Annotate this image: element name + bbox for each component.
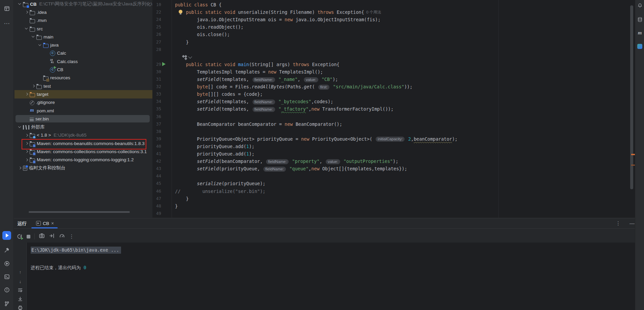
scroll-to-end-icon[interactable] — [17, 296, 23, 302]
tree-row-folder-java[interactable]: java — [14, 41, 152, 49]
line-number[interactable]: 35 — [152, 105, 161, 113]
line-number[interactable]: 42 — [152, 158, 161, 165]
profiler-icon[interactable] — [59, 233, 65, 240]
toolbar-more-icon[interactable]: ⋮ — [69, 233, 74, 239]
code-line[interactable]: } — [175, 202, 178, 210]
line-number[interactable]: 44 — [152, 172, 161, 180]
line-number[interactable]: 29 — [152, 61, 161, 68]
code-line[interactable]: setField(templates, fieldName: "_name", … — [175, 76, 338, 83]
code-line[interactable]: public static void unserialize(String Fi… — [175, 8, 381, 16]
code-line[interactable]: priorityQueue.add(1); — [175, 143, 255, 150]
chevron-collapsed-icon[interactable] — [18, 166, 22, 170]
down-stacktrace-icon[interactable]: ↓ — [17, 278, 23, 284]
chevron-collapsed-icon[interactable] — [31, 84, 35, 88]
code-line[interactable]: byte[] code = Files.readAllBytes(Paths.g… — [175, 83, 412, 90]
chevron-collapsed-icon[interactable] — [25, 10, 29, 14]
line-number[interactable]: 28 — [152, 46, 161, 53]
line-number[interactable]: 22 — [152, 8, 161, 16]
services-icon[interactable] — [2, 259, 11, 268]
tree-row-scratches-and-consoles[interactable]: 临时文件和控制台 — [14, 164, 152, 172]
notifications-icon[interactable] — [637, 2, 643, 8]
code-line[interactable]: setField(priorityQueue, fieldName: "queu… — [175, 165, 407, 172]
line-number[interactable]: 43 — [152, 165, 161, 172]
tree-row-folder-target[interactable]: target — [14, 90, 152, 98]
tree-row-lib-commons-logging[interactable]: Maven: commons-logging:commons-logging:1… — [14, 156, 152, 164]
tree-row-folder-idea[interactable]: .idea — [14, 8, 152, 16]
tree-row-file-pom-xml[interactable]: pom.xml — [14, 107, 152, 115]
code-vision-inlay[interactable] — [185, 55, 192, 59]
chevron-expanded-icon[interactable] — [18, 2, 22, 6]
chevron-collapsed-icon[interactable] — [25, 149, 29, 153]
run-panel-options-icon[interactable]: ⋮ — [616, 220, 621, 226]
print-icon[interactable] — [17, 305, 23, 310]
run-gutter-icon[interactable] — [162, 62, 166, 66]
line-number[interactable]: 38 — [152, 128, 161, 135]
code-line[interactable]: public static void main(String[] args) t… — [175, 61, 340, 68]
tree-row-folder-main[interactable]: main — [14, 33, 152, 41]
attach-debugger-icon[interactable] — [49, 233, 55, 240]
project-tool-icon[interactable] — [2, 4, 11, 13]
tree-row-file-calc-class[interactable]: Calc.class — [14, 57, 152, 65]
chevron-expanded-icon[interactable] — [31, 35, 35, 39]
chevron-collapsed-icon[interactable] — [25, 133, 29, 137]
code-line[interactable]: ois.readObject(); — [175, 23, 243, 31]
code-line[interactable]: TemplatesImpl templates = new TemplatesI… — [175, 68, 323, 76]
plugin-icon[interactable] — [637, 43, 643, 50]
tree-horizontal-scrollbar[interactable] — [29, 211, 130, 213]
line-number[interactable]: 30 — [152, 68, 161, 76]
chevron-expanded-icon[interactable] — [25, 27, 29, 31]
code-line[interactable]: setField(beanComparator, fieldName: "pro… — [175, 158, 398, 165]
code-line[interactable]: java.io.ObjectInputStream ois = new java… — [175, 16, 381, 23]
soft-wrap-icon[interactable] — [17, 287, 23, 293]
line-number[interactable]: 25 — [152, 23, 161, 31]
chevron-expanded-icon[interactable] — [38, 43, 42, 47]
line-number[interactable]: 32 — [152, 83, 161, 90]
tree-row-folder-src[interactable]: src — [14, 25, 152, 33]
code-line[interactable]: } — [175, 195, 189, 202]
line-number[interactable]: 27 — [152, 38, 161, 46]
line-number[interactable]: 41 — [152, 150, 161, 158]
line-number[interactable]: 45 — [152, 180, 161, 187]
tree-row-class-cb[interactable]: CB — [14, 65, 152, 74]
line-number[interactable]: 47 — [152, 195, 161, 202]
line-number[interactable]: 33 — [152, 90, 161, 98]
line-number[interactable]: 40 — [152, 143, 161, 150]
line-number[interactable]: 39 — [152, 135, 161, 143]
line-number[interactable]: 37 — [152, 120, 161, 128]
line-number[interactable]: 49 — [152, 210, 161, 217]
code-line[interactable]: } — [175, 38, 189, 46]
line-number[interactable]: 46 — [152, 188, 161, 195]
terminal-icon[interactable] — [2, 272, 11, 281]
code-editor[interactable]: 10public class CB {22 public static void… — [152, 0, 630, 218]
more-tool-windows-icon[interactable]: ⋯ — [2, 19, 11, 28]
line-number[interactable]: 26 — [152, 31, 161, 38]
line-number[interactable]: 48 — [152, 202, 161, 210]
tree-row-file-ser-bin[interactable]: ser.bin — [14, 115, 152, 123]
code-line[interactable]: // unserialize("ser.bin"); — [175, 188, 265, 195]
tree-row-jdk-node[interactable]: < 1.8 >E:\JDK\jdk-8u65 — [14, 131, 152, 139]
tree-row-folder-mvn[interactable]: .mvn — [14, 17, 152, 25]
database-icon[interactable] — [637, 16, 643, 23]
tree-row-external-libraries[interactable]: 外部库 — [14, 123, 152, 131]
maven-tool-icon[interactable]: m — [637, 30, 643, 36]
chevron-expanded-icon[interactable] — [18, 125, 22, 129]
line-number[interactable]: 36 — [152, 113, 161, 120]
build-hammer-icon[interactable] — [2, 246, 11, 254]
code-line[interactable]: PriorityQueue<Object> priorityQueue = ne… — [175, 135, 458, 143]
tree-row-class-calc[interactable]: Calc — [14, 49, 152, 57]
run-tab-cb[interactable]: CB × — [33, 218, 57, 228]
tree-row-folder-test[interactable]: test — [14, 82, 152, 90]
code-line[interactable]: byte[][] codes = {code}; — [175, 90, 263, 98]
line-number[interactable]: 31 — [152, 76, 161, 83]
tree-row-folder-resources[interactable]: resources — [14, 74, 152, 82]
code-line[interactable]: serialize(priorityQueue); — [175, 180, 265, 187]
code-line[interactable]: ois.close(); — [175, 31, 230, 38]
tree-row-project-root[interactable]: CBE:\CTF\网络安全学习笔记\漏洞\Java安全\Java反序列化\Cod… — [14, 0, 152, 8]
editor-scrollbar[interactable] — [630, 5, 633, 189]
run-toolwindow-icon[interactable] — [2, 231, 11, 240]
code-line[interactable]: public class CB { — [175, 1, 222, 8]
minimize-panel-icon[interactable]: — — [630, 220, 635, 226]
code-line[interactable]: setField(templates, fieldName: "_tfactor… — [175, 105, 393, 113]
chevron-collapsed-icon[interactable] — [25, 92, 29, 96]
screenshot-icon[interactable] — [39, 233, 45, 240]
